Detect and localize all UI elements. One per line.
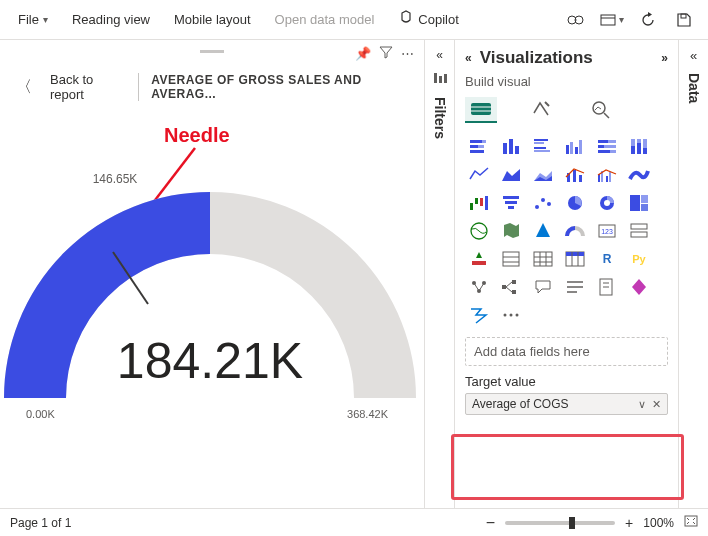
gauge-visual[interactable]: Needle 146.65K 184.21K 0.00K 368.42K xyxy=(0,108,424,508)
key-influencers-icon[interactable] xyxy=(465,275,493,299)
stacked-bar-icon[interactable] xyxy=(465,135,493,159)
line-stacked-column-icon[interactable] xyxy=(561,163,589,187)
svg-rect-2 xyxy=(601,15,615,25)
svg-point-102 xyxy=(516,314,519,317)
azure-map-icon[interactable] xyxy=(529,219,557,243)
expand-viz-icon[interactable]: » xyxy=(661,51,668,65)
donut-icon[interactable] xyxy=(593,191,621,215)
analytics-tab[interactable] xyxy=(585,97,617,123)
svg-rect-22 xyxy=(534,142,544,144)
waterfall-icon[interactable] xyxy=(465,191,493,215)
fit-to-page-button[interactable] xyxy=(684,515,698,530)
multi-row-card-icon[interactable] xyxy=(625,219,653,243)
python-visual-icon[interactable]: Py xyxy=(625,247,653,271)
more-icon[interactable]: ⋯ xyxy=(401,46,414,61)
svg-rect-40 xyxy=(643,148,647,154)
svg-rect-73 xyxy=(534,252,552,266)
copilot-button[interactable]: Copilot xyxy=(388,6,468,33)
decomposition-tree-icon[interactable] xyxy=(497,275,525,299)
format-visual-tab[interactable] xyxy=(525,97,557,123)
svg-rect-13 xyxy=(470,140,482,143)
power-automate-icon[interactable] xyxy=(465,303,493,327)
svg-point-100 xyxy=(504,314,507,317)
grip-handle[interactable] xyxy=(200,50,224,53)
line-clustered-column-icon[interactable] xyxy=(593,163,621,187)
back-arrow-icon[interactable]: 〈 xyxy=(10,77,38,98)
pin-icon[interactable]: 📌 xyxy=(355,46,371,61)
file-menu[interactable]: File ▾ xyxy=(8,8,58,31)
chevron-down-icon: ▾ xyxy=(619,14,624,25)
svg-rect-62 xyxy=(641,195,648,203)
svg-rect-38 xyxy=(637,143,641,154)
find-button[interactable] xyxy=(560,6,592,34)
matrix-icon[interactable] xyxy=(561,247,589,271)
svg-rect-27 xyxy=(575,147,578,154)
gauge-min-label: 0.00K xyxy=(26,408,55,420)
zoom-out-button[interactable]: − xyxy=(486,514,495,532)
hundred-stacked-column-icon[interactable] xyxy=(625,135,653,159)
refresh-button[interactable] xyxy=(632,6,664,34)
svg-rect-23 xyxy=(534,147,546,149)
zoom-in-button[interactable]: + xyxy=(625,515,633,531)
page-indicator[interactable]: Page 1 of 1 xyxy=(10,516,71,530)
svg-rect-53 xyxy=(505,201,517,204)
slicer-icon[interactable] xyxy=(497,247,525,271)
kpi-icon[interactable] xyxy=(465,247,493,271)
power-apps-icon[interactable] xyxy=(625,275,653,299)
filter-icon[interactable] xyxy=(379,45,393,62)
copilot-label: Copilot xyxy=(418,12,458,27)
clustered-column-icon[interactable] xyxy=(561,135,589,159)
svg-rect-16 xyxy=(478,145,484,148)
zoom-level[interactable]: 100% xyxy=(643,516,674,530)
treemap-icon[interactable] xyxy=(625,191,653,215)
mobile-layout-button[interactable]: Mobile layout xyxy=(164,8,261,31)
table-icon[interactable] xyxy=(529,247,557,271)
filled-map-icon[interactable] xyxy=(497,219,525,243)
svg-rect-15 xyxy=(470,145,478,148)
svg-rect-68 xyxy=(631,232,647,237)
ribbon-chart-icon[interactable] xyxy=(625,163,653,187)
r-visual-icon[interactable]: R xyxy=(593,247,621,271)
stacked-area-icon[interactable] xyxy=(529,163,557,187)
area-chart-icon[interactable] xyxy=(497,163,525,187)
paginated-report-icon[interactable] xyxy=(593,275,621,299)
svg-line-12 xyxy=(604,113,609,118)
back-to-report-link[interactable]: Back to report xyxy=(50,72,126,102)
filters-pane-collapsed[interactable]: « Filters xyxy=(424,40,454,508)
stacked-column-icon[interactable] xyxy=(497,135,525,159)
line-chart-icon[interactable] xyxy=(465,163,493,187)
collapse-viz-icon[interactable]: « xyxy=(465,51,472,65)
funnel-icon[interactable] xyxy=(497,191,525,215)
reading-view-button[interactable]: Reading view xyxy=(62,8,160,31)
top-ribbon: File ▾ Reading view Mobile layout Open d… xyxy=(0,0,708,40)
gauge-max-label: 368.42K xyxy=(347,408,389,420)
svg-rect-34 xyxy=(610,150,616,153)
zoom-slider[interactable] xyxy=(505,521,615,525)
smart-narrative-icon[interactable] xyxy=(561,275,589,299)
qa-visual-icon[interactable] xyxy=(529,275,557,299)
target-value-field[interactable]: Average of COGS ∨✕ xyxy=(465,393,668,415)
save-button[interactable] xyxy=(668,6,700,34)
scatter-icon[interactable] xyxy=(529,191,557,215)
clustered-bar-icon[interactable] xyxy=(529,135,557,159)
more-visuals-icon[interactable] xyxy=(497,303,525,327)
svg-line-87 xyxy=(474,283,479,291)
gauge-icon[interactable] xyxy=(561,219,589,243)
hundred-stacked-bar-icon[interactable] xyxy=(593,135,621,159)
expand-filters-icon[interactable]: « xyxy=(436,48,443,62)
values-field-well[interactable]: Add data fields here xyxy=(465,337,668,366)
view-menu[interactable]: ▾ xyxy=(596,6,628,34)
data-pane-collapsed[interactable]: « Data xyxy=(678,40,708,508)
expand-data-icon[interactable]: « xyxy=(690,48,697,63)
build-visual-label: Build visual xyxy=(465,74,668,89)
remove-field-icon[interactable]: ✕ xyxy=(652,398,661,411)
chart-title: AVERAGE OF GROSS SALES AND AVERAG... xyxy=(151,73,414,101)
build-visual-tab[interactable] xyxy=(465,97,497,123)
card-icon[interactable]: 123 xyxy=(593,219,621,243)
highlight-box xyxy=(451,434,684,500)
svg-rect-47 xyxy=(609,172,611,182)
map-icon[interactable] xyxy=(465,219,493,243)
chevron-down-icon[interactable]: ∨ xyxy=(638,398,646,411)
svg-rect-48 xyxy=(470,203,473,210)
pie-icon[interactable] xyxy=(561,191,589,215)
